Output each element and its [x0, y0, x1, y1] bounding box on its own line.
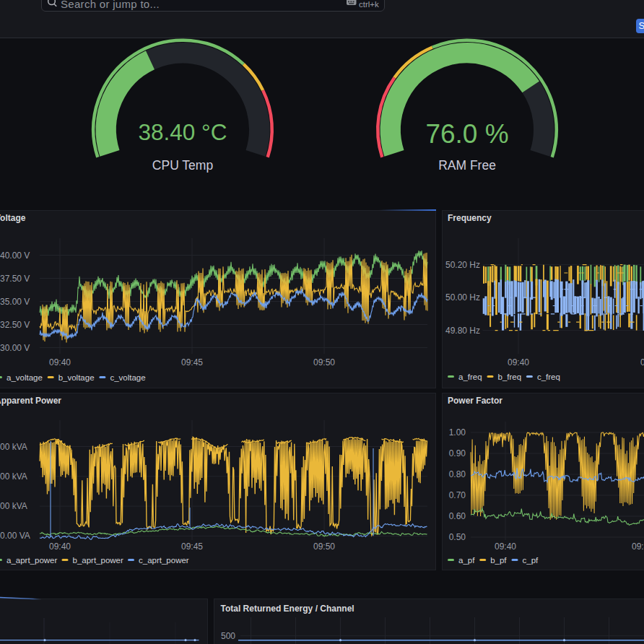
svg-text:b_freq: b_freq — [498, 373, 522, 381]
svg-text:c_aprt_power: c_aprt_power — [139, 556, 189, 565]
svg-text:09:50: 09:50 — [313, 357, 335, 367]
svg-text:a_voltage: a_voltage — [6, 373, 43, 382]
svg-text:09:45: 09:45 — [181, 357, 203, 367]
svg-text:09:45: 09:45 — [640, 357, 644, 367]
svg-text:0.50: 0.50 — [449, 532, 466, 542]
svg-text:Power Factor: Power Factor — [448, 396, 502, 406]
svg-text:49.80 Hz: 49.80 Hz — [445, 326, 480, 336]
svg-text:09:40: 09:40 — [49, 541, 71, 552]
svg-text:09:50: 09:50 — [313, 541, 335, 552]
svg-text:09:45: 09:45 — [181, 541, 203, 552]
svg-text:1.00: 1.00 — [449, 427, 466, 438]
svg-text:0.80: 0.80 — [449, 469, 466, 479]
svg-text:c_pf: c_pf — [523, 556, 539, 565]
svg-text:c_freq: c_freq — [537, 373, 560, 381]
svg-text:09:45: 09:45 — [632, 541, 644, 552]
svg-text:09:40: 09:40 — [508, 357, 529, 367]
svg-text:c_voltage: c_voltage — [110, 373, 145, 382]
svg-text:b_pf: b_pf — [490, 556, 507, 565]
svg-text:Voltage: Voltage — [0, 213, 26, 223]
svg-text:35.00 V: 35.00 V — [0, 297, 30, 307]
svg-text:0.00 VA: 0.00 VA — [0, 531, 30, 541]
svg-text:b_voltage: b_voltage — [58, 373, 95, 382]
svg-text:b_aprt_power: b_aprt_power — [73, 556, 123, 565]
svg-text:00 kVA: 00 kVA — [0, 501, 27, 511]
svg-text:50.00 Hz: 50.00 Hz — [445, 292, 480, 303]
svg-text:09:40: 09:40 — [49, 357, 71, 367]
svg-text:50.20 Hz: 50.20 Hz — [445, 260, 480, 270]
svg-text:00 kVA: 00 kVA — [0, 471, 27, 482]
svg-text:76.0 %: 76.0 % — [425, 119, 508, 149]
svg-text:38.40 °C: 38.40 °C — [139, 119, 227, 145]
svg-text:a_aprt_power: a_aprt_power — [6, 556, 57, 565]
svg-text:09:40: 09:40 — [495, 541, 516, 552]
svg-text:0.90: 0.90 — [449, 448, 466, 458]
svg-text:32.50 V: 32.50 V — [0, 320, 30, 330]
svg-text:37.50 V: 37.50 V — [0, 274, 30, 284]
svg-text:0.70: 0.70 — [449, 490, 466, 500]
svg-text:00 kVA: 00 kVA — [0, 442, 27, 452]
svg-text:a_pf: a_pf — [458, 556, 475, 565]
svg-text:30.00 V: 30.00 V — [0, 343, 30, 353]
svg-text:a_freq: a_freq — [458, 373, 482, 381]
svg-text:CPU Temp: CPU Temp — [152, 158, 213, 173]
svg-text:Frequency: Frequency — [448, 213, 492, 223]
svg-text:RAM Free: RAM Free — [438, 158, 496, 173]
svg-text:Total Returned Energy / Channe: Total Returned Energy / Channel — [221, 604, 354, 614]
svg-text:40.00 V: 40.00 V — [0, 251, 30, 261]
svg-text:Apparent Power: Apparent Power — [0, 396, 61, 406]
svg-text:500: 500 — [221, 631, 235, 641]
svg-text:0.60: 0.60 — [449, 511, 466, 521]
